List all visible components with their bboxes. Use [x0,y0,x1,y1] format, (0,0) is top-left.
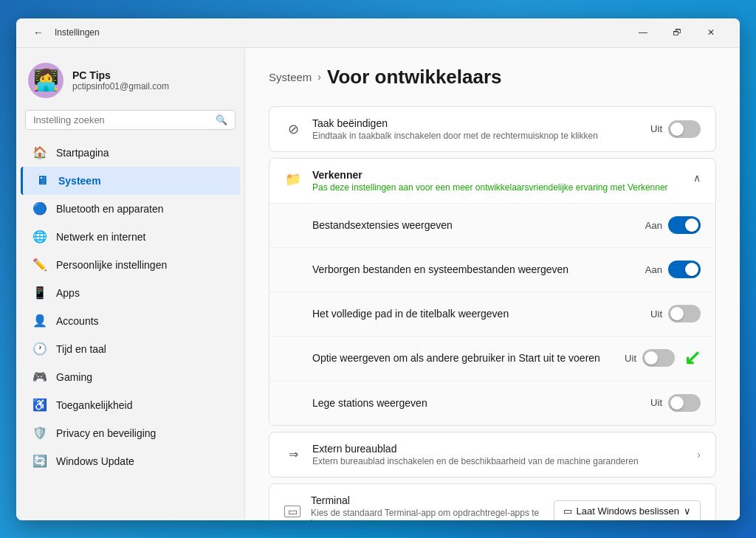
sidebar-label-bluetooth: Bluetooth en apparaten [56,203,164,215]
page-header: Systeem › Voor ontwikkelaars [269,66,716,89]
accounts-icon: 👤 [32,314,47,328]
sidebar-item-systeem[interactable]: 🖥 Systeem [21,167,240,195]
andere-gebruiker-toggle[interactable] [642,349,675,367]
personalize-icon: ✏️ [32,258,47,272]
terminal-icon: ▭ [284,506,300,517]
taak-label: Taak beëindigen [312,117,640,129]
update-icon: 🔄 [32,454,47,469]
verkenner-subtitle: Pas deze instellingen aan voor een meer … [312,182,683,193]
sidebar-item-windows-update[interactable]: 🔄 Windows Update [21,447,240,475]
terminal-label: Terminal [311,494,543,506]
taak-toggle-label: Uit [650,123,662,134]
breadcrumb-systeem[interactable]: Systeem [269,71,312,83]
taak-icon: ⊘ [284,120,302,138]
search-input[interactable] [33,114,211,125]
taak-toggle-knob [670,123,684,136]
extern-sublabel: Extern bureaublad inschakelen en de besc… [312,456,687,466]
sidebar-label-persoonlijk: Persoonlijke instellingen [56,259,167,271]
andere-gebruiker-toggle-label: Uit [625,353,636,364]
back-button[interactable]: ← [28,22,49,43]
volledig-pad-control: Uit [650,305,701,323]
profile-email: pctipsinfo01@gmail.com [72,81,169,92]
row-terminal: ▭ Terminal Kies de standaard Terminal-ap… [269,484,715,520]
bestandsextensies-label: Bestandsextensies weergeven [312,219,635,231]
row-andere-gebruiker: Optie weergeven om als andere gebruiker … [269,337,715,381]
terminal-dropdown-value: Laat Windows beslissen [577,506,679,517]
verborgen-toggle[interactable] [668,261,701,278]
sidebar-label-toegankelijkheid: Toegankelijkheid [56,399,133,411]
sidebar-label-apps: Apps [56,287,80,299]
close-button[interactable]: ✕ [694,21,728,44]
privacy-icon: 🛡️ [32,426,47,441]
window-content: 👩‍💻 PC Tips pctipsinfo01@gmail.com 🔍 🏠 S… [16,48,740,520]
row-extern-bureaublad[interactable]: ⇒ Extern bureaublad Extern bureaublad in… [269,432,715,477]
taak-toggle[interactable] [668,120,701,138]
settings-window: ← Instellingen — 🗗 ✕ 👩‍💻 PC Tips pctipsi… [16,18,740,520]
bestandsextensies-toggle[interactable] [668,216,701,234]
search-icon: 🔍 [216,114,227,125]
maximize-button[interactable]: 🗗 [660,21,694,44]
bestandsextensies-control: Aan [645,216,701,234]
extern-control: › [697,449,701,461]
sidebar-item-bluetooth[interactable]: 🔵 Bluetooth en apparaten [21,195,240,223]
sidebar-item-apps[interactable]: 📱 Apps [21,279,240,307]
row-taak-beindigen: ⊘ Taak beëindigen Eindtaak in taakbalk i… [269,107,715,151]
volledig-pad-text: Het volledige pad in de titelbalk weerge… [312,308,640,320]
verborgen-control: Aan [645,261,701,278]
row-verborgen-bestanden: Verborgen bestanden en systeembestanden … [269,248,715,292]
sidebar-item-persoonlijk[interactable]: ✏️ Persoonlijke instellingen [21,251,240,279]
sidebar-item-tijd[interactable]: 🕐 Tijd en taal [21,335,240,363]
section-terminal: ▭ Terminal Kies de standaard Terminal-ap… [269,483,716,520]
taak-text: Taak beëindigen Eindtaak in taakbalk ins… [312,117,640,141]
sidebar-label-startpagina: Startpagina [56,147,109,159]
bestandsextensies-text: Bestandsextensies weergeven [312,219,635,231]
verborgen-knob [685,263,698,276]
sidebar-label-netwerk: Netwerk en internet [56,231,145,243]
bluetooth-icon: 🔵 [32,201,47,216]
terminal-dropdown-arrow: ∨ [684,506,691,517]
row-volledig-pad: Het volledige pad in de titelbalk weerge… [269,292,715,337]
sidebar-item-toegankelijkheid[interactable]: ♿ Toegankelijkheid [21,391,240,419]
terminal-control: ▭ Laat Windows beslissen ∨ [554,500,701,520]
lege-stations-text: Lege stations weergeven [312,397,640,409]
sidebar-item-netwerk[interactable]: 🌐 Netwerk en internet [21,223,240,251]
andere-gebruiker-control: Uit ↙ [625,348,701,368]
volledig-pad-toggle-label: Uit [650,308,662,320]
apps-icon: 📱 [32,286,47,300]
andere-gebruiker-text: Optie weergeven om als andere gebruiker … [312,352,614,364]
profile-section: 👩‍💻 PC Tips pctipsinfo01@gmail.com [16,57,244,110]
terminal-icon-small: ▭ [563,506,572,517]
terminal-dropdown[interactable]: ▭ Laat Windows beslissen ∨ [554,500,701,520]
verborgen-text: Verborgen bestanden en systeembestanden … [312,263,635,275]
verborgen-label: Verborgen bestanden en systeembestanden … [312,263,635,275]
lege-stations-toggle[interactable] [668,394,701,412]
sidebar-item-accounts[interactable]: 👤 Accounts [21,307,240,335]
search-box[interactable]: 🔍 [25,110,236,130]
avatar: 👩‍💻 [28,63,63,98]
lege-stations-knob [670,396,684,410]
verborgen-toggle-label: Aan [645,264,662,275]
taak-control: Uit [650,120,701,138]
verkenner-header[interactable]: 📁 Verkenner Pas deze instellingen aan vo… [269,159,715,204]
taak-sublabel: Eindtaak in taakbalk inschakelen door me… [312,131,640,141]
lege-stations-control: Uit [650,394,701,412]
sidebar-item-gaming[interactable]: 🎮 Gaming [21,363,240,391]
section-taak-beindigen: ⊘ Taak beëindigen Eindtaak in taakbalk i… [269,106,716,152]
extern-text: Extern bureaublad Extern bureaublad insc… [312,443,687,466]
minimize-button[interactable]: — [626,21,660,44]
green-arrow-annotation: ↙ [684,348,701,368]
extern-icon: ⇒ [284,446,302,463]
lege-stations-label: Lege stations weergeven [312,397,640,409]
sidebar-label-privacy: Privacy en beveiliging [56,427,156,439]
window-title: Instellingen [55,27,626,38]
volledig-pad-toggle[interactable] [668,305,701,323]
verkenner-text: Verkenner Pas deze instellingen aan voor… [312,169,683,193]
verkenner-title: Verkenner [312,169,683,181]
time-icon: 🕐 [32,342,47,356]
sidebar-item-privacy[interactable]: 🛡️ Privacy en beveiliging [21,419,240,447]
sidebar-label-tijd: Tijd en taal [56,343,106,355]
breadcrumb-chevron: › [317,71,321,83]
lege-stations-toggle-label: Uit [650,397,662,408]
volledig-pad-label: Het volledige pad in de titelbalk weerge… [312,308,640,320]
sidebar-item-startpagina[interactable]: 🏠 Startpagina [21,139,240,167]
